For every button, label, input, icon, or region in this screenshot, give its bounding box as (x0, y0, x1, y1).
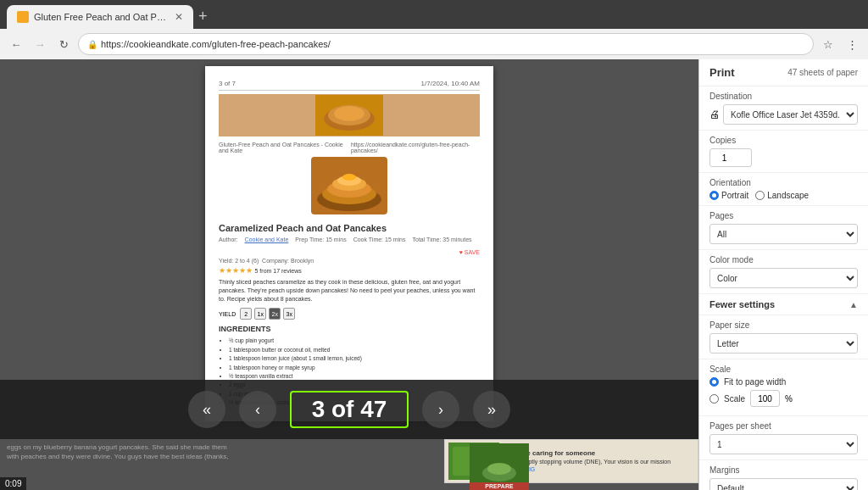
recipe-main-image-svg (311, 157, 387, 214)
total-time: Total Time: 35 minutes (413, 237, 472, 242)
portrait-option[interactable]: Portrait (709, 191, 748, 200)
reload-btn[interactable]: ↻ (54, 35, 73, 53)
pages-per-sheet-label: Pages per sheet (709, 421, 858, 431)
landscape-label: Landscape (767, 191, 809, 200)
fit-to-page-label: Fit to page width (724, 377, 786, 387)
ingredients-title: INGREDIENTS (219, 325, 480, 333)
paper-size-select[interactable]: Letter (709, 333, 858, 354)
page-nav-bar: « ‹ 3 of 47 › » (0, 380, 698, 439)
destination-label: Destination (709, 92, 858, 101)
browser-tab[interactable]: Gluten Free Peach and Oat Pa... ✕ (7, 5, 193, 29)
page-preview: 3 of 7 1/7/2024, 10:40 AM Gluten-Free Pe… (205, 66, 493, 421)
food-image-svg (315, 95, 383, 136)
pages-section: Pages All (699, 206, 868, 250)
portrait-label: Portrait (721, 191, 748, 200)
nav-bar: ← → ↻ 🔒 https://cookieandkate.com/gluten… (0, 29, 868, 59)
ingredient-item: 1 tablespoon honey or maple syrup (229, 364, 480, 372)
yield-info: Yield: 2 to 4 (6) Company: Brooklyn (219, 258, 480, 264)
panel-page-info: 47 sheets of paper (787, 68, 858, 77)
pages-per-sheet-select[interactable]: 1 (709, 434, 858, 454)
page-date-header: 1/7/2024, 10:40 AM (421, 80, 480, 87)
prep-time: Prep Time: 15 mins (295, 237, 346, 242)
page-number-header: 3 of 7 (219, 80, 236, 87)
recipe-meta: Author: Cookie and Kate Prep Time: 15 mi… (219, 237, 480, 255)
print-panel-title: Print (709, 66, 735, 79)
tab-title: Gluten Free Peach and Oat Pa... (34, 12, 166, 22)
print-panel-header: Print 47 sheets of paper (699, 59, 868, 86)
svg-point-16 (487, 463, 511, 475)
forward-btn[interactable]: → (31, 35, 49, 53)
orientation-label: Orientation (709, 178, 858, 187)
copies-input[interactable] (709, 148, 752, 167)
scale-section: Scale Fit to page width Scale % (699, 359, 868, 416)
margins-section: Margins Default (699, 460, 868, 490)
last-page-btn[interactable]: » (473, 391, 510, 428)
address-bar[interactable]: 🔒 https://cookieandkate.com/gluten-free-… (78, 33, 814, 55)
portrait-radio[interactable] (709, 191, 719, 200)
recipe-description: Thinly sliced peaches caramelize as they… (219, 278, 480, 303)
fewer-settings-label: Fewer settings (709, 299, 775, 309)
print-preview-area: 3 of 7 1/7/2024, 10:40 AM Gluten-Free Pe… (0, 59, 698, 490)
page-counter: 3 of 47 (290, 391, 409, 428)
orientation-section: Orientation Portrait Landscape (699, 173, 868, 206)
pages-per-sheet-section: Pages per sheet 1 (699, 416, 868, 460)
ingredient-item: 1 tablespoon lemon juice (about 1 small … (229, 354, 480, 363)
timer-badge: 0:09 (0, 477, 26, 490)
color-select[interactable]: Color (709, 268, 858, 288)
bookmark-btn[interactable]: ☆ (819, 35, 837, 53)
copies-label: Copies (709, 136, 858, 145)
menu-btn[interactable]: ⋮ (843, 35, 861, 53)
yield-2x-btn[interactable]: 2x (269, 308, 281, 320)
author-label: Author: (219, 237, 238, 242)
ingredient-item: ½ cup plain yogurt (229, 337, 480, 345)
destination-section: Destination 🖨 Kofle Office Laser Jet 435… (699, 86, 868, 131)
back-btn[interactable]: ← (7, 35, 25, 53)
landscape-radio[interactable] (755, 191, 765, 200)
svg-point-3 (334, 106, 364, 121)
landscape-option[interactable]: Landscape (755, 191, 809, 200)
yield-1x-btn[interactable]: 1x (254, 308, 266, 320)
page-footer-info: Gluten-Free Peach and Oat Pancakes - Coo… (219, 142, 480, 153)
url-text: https://cookieandkate.com/gluten-free-pe… (101, 39, 331, 49)
yield-2-btn[interactable]: 2 (240, 308, 252, 320)
new-tab-btn[interactable]: + (198, 8, 208, 29)
prev-page-btn[interactable]: ‹ (239, 391, 276, 428)
fit-to-page-radio[interactable] (709, 377, 719, 387)
cook-time: Cook Time: 15 mins (353, 237, 406, 242)
chevron-up-icon: ▲ (849, 300, 858, 309)
recipe-stars: ★★★★★ 5 from 17 reviews (219, 266, 480, 275)
scale-label: Scale (709, 365, 858, 374)
recipe-image-top (219, 94, 480, 136)
pages-label: Pages (709, 211, 858, 220)
color-label: Color mode (709, 255, 858, 264)
prepare-label: PREPARE (470, 482, 529, 490)
servings-selector: YIELD 2 1x 2x 3x (219, 308, 480, 320)
margins-select[interactable]: Default (709, 478, 858, 490)
fewer-settings-toggle[interactable]: Fewer settings ▲ (699, 294, 868, 315)
save-btn[interactable]: ♥ SAVE (459, 249, 480, 255)
color-section: Color mode Color (699, 250, 868, 294)
ingredient-item: 1 tablespoon butter or coconut oil, melt… (229, 346, 480, 354)
lock-icon: 🔒 (87, 40, 97, 49)
tab-close-btn[interactable]: ✕ (175, 11, 183, 23)
author-link: Cookie and Kate (245, 237, 289, 242)
copies-section: Copies (699, 131, 868, 173)
scale-input[interactable] (750, 390, 780, 407)
scale-radio-label: Scale (724, 394, 745, 404)
scale-radio[interactable] (709, 394, 719, 404)
next-page-btn[interactable]: › (422, 391, 459, 428)
paper-size-section: Paper size Letter (699, 315, 868, 359)
pages-select[interactable]: All (709, 224, 858, 244)
recipe-title: Caramelized Peach and Oat Pancakes (219, 223, 480, 233)
page-header: 3 of 7 1/7/2024, 10:40 AM (219, 80, 480, 91)
paper-size-label: Paper size (709, 320, 858, 330)
first-page-btn[interactable]: « (188, 391, 225, 428)
page-footer-left: Gluten-Free Peach and Oat Pancakes - Coo… (219, 142, 351, 153)
destination-select[interactable]: Kofle Office Laser Jet 4359d... (723, 104, 858, 125)
yield-3x-btn[interactable]: 3x (283, 308, 295, 320)
margins-label: Margins (709, 465, 858, 475)
print-panel: Print 47 sheets of paper Destination 🖨 K… (698, 59, 868, 490)
svg-point-10 (342, 174, 356, 181)
scale-percent: % (785, 394, 793, 404)
page-footer-right: https://cookieandkate.com/gluten-free-pe… (351, 142, 480, 153)
